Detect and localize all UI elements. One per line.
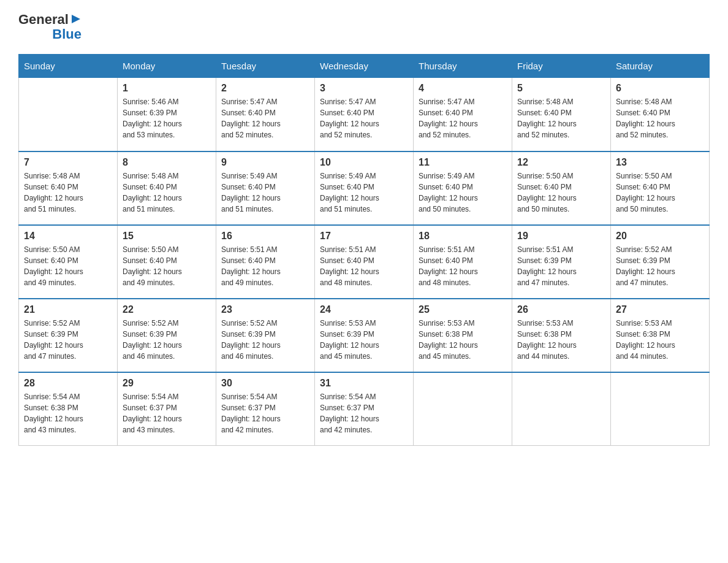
day-number: 29 [123,378,211,389]
day-number: 14 [24,231,112,242]
day-number: 13 [616,157,704,168]
calendar-cell: 22Sunrise: 5:52 AMSunset: 6:39 PMDayligh… [118,299,216,372]
calendar-header-row: SundayMondayTuesdayWednesdayThursdayFrid… [19,55,710,78]
col-header-friday: Friday [512,55,611,78]
day-info: Sunrise: 5:53 AMSunset: 6:38 PMDaylight:… [419,318,507,362]
calendar-cell: 7Sunrise: 5:48 AMSunset: 6:40 PMDaylight… [19,151,118,225]
page-header: General Blue [18,12,710,42]
calendar-cell: 9Sunrise: 5:49 AMSunset: 6:40 PMDaylight… [216,151,315,225]
col-header-monday: Monday [118,55,216,78]
svg-marker-0 [72,15,80,23]
calendar-cell: 24Sunrise: 5:53 AMSunset: 6:39 PMDayligh… [315,299,414,372]
logo-arrow-icon [70,13,82,25]
calendar-cell: 3Sunrise: 5:47 AMSunset: 6:40 PMDaylight… [315,78,414,151]
calendar-cell: 30Sunrise: 5:54 AMSunset: 6:37 PMDayligh… [216,372,315,446]
calendar-cell [512,372,611,446]
logo-blue-text: Blue [52,27,82,42]
day-number: 10 [320,157,408,168]
calendar-cell: 25Sunrise: 5:53 AMSunset: 6:38 PMDayligh… [414,299,512,372]
calendar-cell [414,372,512,446]
day-info: Sunrise: 5:50 AMSunset: 6:40 PMDaylight:… [517,170,605,215]
calendar-cell: 11Sunrise: 5:49 AMSunset: 6:40 PMDayligh… [414,151,512,225]
calendar-week-row: 28Sunrise: 5:54 AMSunset: 6:38 PMDayligh… [19,372,710,446]
day-number: 28 [24,378,112,389]
day-info: Sunrise: 5:50 AMSunset: 6:40 PMDaylight:… [24,244,112,288]
calendar-week-row: 14Sunrise: 5:50 AMSunset: 6:40 PMDayligh… [19,225,710,299]
day-info: Sunrise: 5:48 AMSunset: 6:40 PMDaylight:… [517,96,605,140]
calendar-cell [19,78,118,151]
logo-general: General [18,12,69,27]
calendar-cell: 8Sunrise: 5:48 AMSunset: 6:40 PMDaylight… [118,151,216,225]
col-header-tuesday: Tuesday [216,55,315,78]
day-info: Sunrise: 5:49 AMSunset: 6:40 PMDaylight:… [419,170,507,215]
calendar-week-row: 21Sunrise: 5:52 AMSunset: 6:39 PMDayligh… [19,299,710,372]
day-number: 5 [517,83,605,94]
day-info: Sunrise: 5:49 AMSunset: 6:40 PMDaylight:… [320,170,408,215]
day-info: Sunrise: 5:54 AMSunset: 6:37 PMDaylight:… [123,391,211,435]
calendar-cell: 20Sunrise: 5:52 AMSunset: 6:39 PMDayligh… [611,225,710,299]
calendar-cell: 16Sunrise: 5:51 AMSunset: 6:40 PMDayligh… [216,225,315,299]
day-number: 25 [419,304,507,315]
col-header-thursday: Thursday [414,55,512,78]
day-number: 17 [320,231,408,242]
calendar-cell: 12Sunrise: 5:50 AMSunset: 6:40 PMDayligh… [512,151,611,225]
calendar-cell: 13Sunrise: 5:50 AMSunset: 6:40 PMDayligh… [611,151,710,225]
day-info: Sunrise: 5:46 AMSunset: 6:39 PMDaylight:… [123,96,211,140]
calendar-cell: 27Sunrise: 5:53 AMSunset: 6:38 PMDayligh… [611,299,710,372]
calendar-cell: 29Sunrise: 5:54 AMSunset: 6:37 PMDayligh… [118,372,216,446]
day-info: Sunrise: 5:54 AMSunset: 6:37 PMDaylight:… [221,391,309,435]
day-info: Sunrise: 5:50 AMSunset: 6:40 PMDaylight:… [123,244,211,288]
calendar-cell: 6Sunrise: 5:48 AMSunset: 6:40 PMDaylight… [611,78,710,151]
day-number: 20 [616,231,704,242]
calendar-cell: 1Sunrise: 5:46 AMSunset: 6:39 PMDaylight… [118,78,216,151]
day-number: 31 [320,378,408,389]
calendar-cell: 23Sunrise: 5:52 AMSunset: 6:39 PMDayligh… [216,299,315,372]
day-number: 6 [616,83,704,94]
day-number: 7 [24,157,112,168]
calendar-cell: 2Sunrise: 5:47 AMSunset: 6:40 PMDaylight… [216,78,315,151]
day-number: 11 [419,157,507,168]
day-number: 30 [221,378,309,389]
day-number: 18 [419,231,507,242]
day-info: Sunrise: 5:50 AMSunset: 6:40 PMDaylight:… [616,170,704,215]
day-info: Sunrise: 5:51 AMSunset: 6:40 PMDaylight:… [320,244,408,288]
col-header-sunday: Sunday [19,55,118,78]
day-info: Sunrise: 5:51 AMSunset: 6:39 PMDaylight:… [517,244,605,288]
day-info: Sunrise: 5:47 AMSunset: 6:40 PMDaylight:… [221,96,309,140]
day-number: 1 [123,83,211,94]
day-info: Sunrise: 5:52 AMSunset: 6:39 PMDaylight:… [24,318,112,362]
day-number: 27 [616,304,704,315]
day-number: 3 [320,83,408,94]
calendar-table: SundayMondayTuesdayWednesdayThursdayFrid… [18,54,710,446]
calendar-cell: 26Sunrise: 5:53 AMSunset: 6:38 PMDayligh… [512,299,611,372]
calendar-cell [611,372,710,446]
col-header-wednesday: Wednesday [315,55,414,78]
calendar-cell: 15Sunrise: 5:50 AMSunset: 6:40 PMDayligh… [118,225,216,299]
day-number: 21 [24,304,112,315]
calendar-cell: 14Sunrise: 5:50 AMSunset: 6:40 PMDayligh… [19,225,118,299]
calendar-cell: 28Sunrise: 5:54 AMSunset: 6:38 PMDayligh… [19,372,118,446]
day-info: Sunrise: 5:53 AMSunset: 6:39 PMDaylight:… [320,318,408,362]
calendar-cell: 4Sunrise: 5:47 AMSunset: 6:40 PMDaylight… [414,78,512,151]
calendar-cell: 18Sunrise: 5:51 AMSunset: 6:40 PMDayligh… [414,225,512,299]
day-info: Sunrise: 5:47 AMSunset: 6:40 PMDaylight:… [320,96,408,140]
day-number: 16 [221,231,309,242]
calendar-cell: 5Sunrise: 5:48 AMSunset: 6:40 PMDaylight… [512,78,611,151]
calendar-cell: 17Sunrise: 5:51 AMSunset: 6:40 PMDayligh… [315,225,414,299]
calendar-week-row: 1Sunrise: 5:46 AMSunset: 6:39 PMDaylight… [19,78,710,151]
day-number: 23 [221,304,309,315]
day-info: Sunrise: 5:52 AMSunset: 6:39 PMDaylight:… [221,318,309,362]
day-info: Sunrise: 5:48 AMSunset: 6:40 PMDaylight:… [123,170,211,215]
day-info: Sunrise: 5:48 AMSunset: 6:40 PMDaylight:… [616,96,704,140]
calendar-cell: 10Sunrise: 5:49 AMSunset: 6:40 PMDayligh… [315,151,414,225]
day-number: 26 [517,304,605,315]
calendar-cell: 31Sunrise: 5:54 AMSunset: 6:37 PMDayligh… [315,372,414,446]
day-number: 2 [221,83,309,94]
day-info: Sunrise: 5:47 AMSunset: 6:40 PMDaylight:… [419,96,507,140]
day-number: 4 [419,83,507,94]
day-number: 24 [320,304,408,315]
day-info: Sunrise: 5:54 AMSunset: 6:38 PMDaylight:… [24,391,112,435]
day-number: 9 [221,157,309,168]
day-info: Sunrise: 5:51 AMSunset: 6:40 PMDaylight:… [419,244,507,288]
day-info: Sunrise: 5:51 AMSunset: 6:40 PMDaylight:… [221,244,309,288]
